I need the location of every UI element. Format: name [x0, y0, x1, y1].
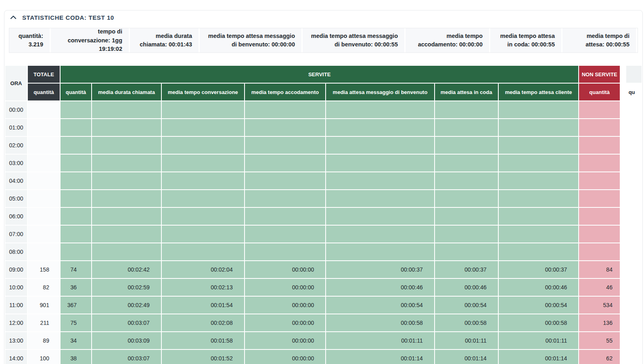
table-row: 11:0090136700:02:4900:01:5400:00:0000:00… — [5, 297, 642, 314]
value-cell: 00:02:08 — [162, 314, 244, 331]
column-header-media-attesa-benvenuto: media attesa messaggio di benvenuto — [326, 84, 434, 100]
value-cell — [245, 101, 326, 118]
value-cell: 211 — [28, 314, 60, 331]
group-header-non-servite: NON SERVITE — [579, 66, 620, 83]
value-cell — [162, 243, 244, 260]
spacer-cell — [621, 279, 625, 296]
spacer-cell — [621, 172, 625, 189]
value-cell — [499, 243, 579, 260]
spacer-header — [621, 66, 625, 83]
value-cell — [28, 101, 60, 118]
value-cell — [28, 137, 60, 154]
value-cell: 00:00:00 — [245, 297, 326, 314]
table-row: 07:00 — [5, 226, 642, 243]
value-cell — [92, 119, 161, 136]
value-cell: 00:00:00 — [245, 332, 326, 349]
value-cell: 00:01:14 — [326, 350, 434, 364]
value-cell — [435, 172, 498, 189]
hour-cell: 04:00 — [5, 172, 27, 189]
value-cell — [499, 119, 579, 136]
hour-cell: 09:00 — [5, 261, 27, 278]
value-cell: 00:02:42 — [92, 261, 161, 278]
value-cell — [245, 208, 326, 225]
spacer-cell — [621, 261, 625, 278]
hour-cell: 11:00 — [5, 297, 27, 314]
value-cell: 00:02:49 — [92, 297, 161, 314]
value-cell — [326, 208, 434, 225]
clipped-cell — [626, 350, 642, 364]
summary-quantita: quantità: 3.219 — [9, 28, 50, 52]
value-cell — [61, 172, 91, 189]
value-cell — [245, 243, 326, 260]
value-cell: 38 — [61, 350, 91, 364]
clipped-cell — [626, 332, 642, 349]
group-header-clipped — [626, 66, 642, 83]
value-cell: 00:02:04 — [162, 261, 244, 278]
value-cell — [61, 119, 91, 136]
value-cell — [92, 226, 161, 243]
value-cell: 89 — [28, 332, 60, 349]
column-header-ora: ORA — [5, 66, 27, 100]
column-header-non-servite-quantita: quantità — [579, 84, 620, 100]
clipped-cell — [626, 314, 642, 331]
summary-media-attesa-benvenuto-1: media tempo attesa messaggio di benvenut… — [200, 28, 301, 52]
clipped-cell — [626, 261, 642, 278]
value-cell — [61, 243, 91, 260]
column-header-clipped: qu — [626, 84, 642, 100]
value-cell: 00:00:46 — [435, 279, 498, 296]
value-cell — [326, 172, 434, 189]
clipped-cell — [626, 155, 642, 172]
value-cell — [435, 137, 498, 154]
value-cell — [435, 243, 498, 260]
summary-bar: quantità: 3.219 tempo di conversazione: … — [9, 28, 638, 53]
value-cell: 158 — [28, 261, 60, 278]
hour-cell: 00:00 — [5, 101, 27, 118]
value-cell: 00:01:11 — [435, 332, 498, 349]
value-cell — [499, 226, 579, 243]
value-cell — [579, 119, 620, 136]
value-cell — [92, 208, 161, 225]
value-cell: 00:00:58 — [435, 314, 498, 331]
value-cell: 00:01:14 — [435, 350, 498, 364]
column-header-servite-quantita: quantità — [61, 84, 91, 100]
value-cell — [435, 226, 498, 243]
queue-statistics-panel: STATISTICHE CODA: TEST 10 quantità: 3.21… — [4, 10, 643, 364]
spacer-cell — [621, 190, 625, 207]
value-cell: 136 — [579, 314, 620, 331]
collapse-panel-button[interactable] — [9, 14, 17, 21]
summary-media-tempo-attesa: media tempo di attesa: 00:00:55 — [562, 28, 636, 52]
table-row: 08:00 — [5, 243, 642, 260]
value-cell — [28, 119, 60, 136]
clipped-cell — [626, 101, 642, 118]
value-cell: 55 — [579, 332, 620, 349]
value-cell: 46 — [579, 279, 620, 296]
value-cell — [28, 155, 60, 172]
value-cell: 00:01:52 — [162, 350, 244, 364]
table-row: 04:00 — [5, 172, 642, 189]
value-cell: 34 — [61, 332, 91, 349]
value-cell: 901 — [28, 297, 60, 314]
value-cell — [499, 137, 579, 154]
value-cell — [61, 137, 91, 154]
value-cell: 00:00:37 — [499, 261, 579, 278]
hour-cell: 01:00 — [5, 119, 27, 136]
value-cell — [499, 155, 579, 172]
value-cell: 00:00:00 — [245, 350, 326, 364]
value-cell: 00:00:54 — [435, 297, 498, 314]
table-row: 14:001003800:03:0700:01:5200:00:0000:01:… — [5, 350, 642, 364]
value-cell — [579, 172, 620, 189]
value-cell: 00:02:13 — [162, 279, 244, 296]
value-cell — [28, 243, 60, 260]
value-cell — [61, 226, 91, 243]
value-cell: 84 — [579, 261, 620, 278]
hour-cell: 07:00 — [5, 226, 27, 243]
spacer-cell — [621, 350, 625, 364]
value-cell — [579, 226, 620, 243]
value-cell — [499, 172, 579, 189]
spacer-cell — [621, 119, 625, 136]
value-cell: 00:02:59 — [92, 279, 161, 296]
value-cell — [326, 119, 434, 136]
value-cell: 00:01:11 — [499, 332, 579, 349]
hour-cell: 14:00 — [5, 350, 27, 364]
spacer-cell — [621, 297, 625, 314]
